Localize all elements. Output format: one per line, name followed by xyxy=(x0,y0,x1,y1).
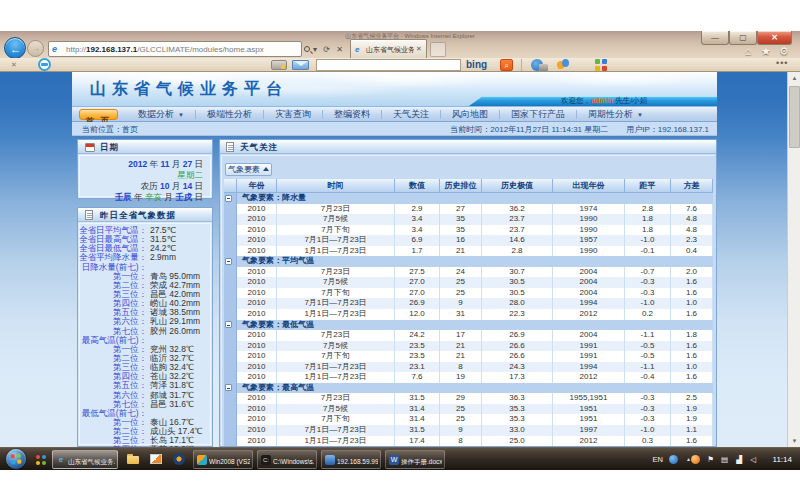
element-filter-button[interactable]: 气象要素 xyxy=(225,163,272,176)
table-row[interactable]: 20107月5候27.02530.52004-0.31.6 xyxy=(224,277,713,288)
menu-item-0[interactable]: 数据分析▼ xyxy=(127,108,195,121)
tray-network-icon[interactable]: ▟ xyxy=(736,455,742,464)
collapse-minus-icon[interactable] xyxy=(225,195,232,202)
menu-item-5[interactable]: 风向地图 xyxy=(441,108,499,121)
window-maximize-button[interactable]: ▢ xyxy=(729,31,757,45)
window-close-button[interactable]: ✕ xyxy=(757,31,792,45)
window-title: 山东省气候业务平台 - Windows Internet Explorer xyxy=(300,32,520,39)
column-header[interactable]: 出现年份 xyxy=(553,179,625,193)
table-row[interactable]: 20107月5候23.52126.61991-0.51.6 xyxy=(224,341,713,352)
tray-display-icon[interactable]: ▤ xyxy=(721,455,728,464)
taskbar-button-3[interactable]: W操作手册.docx ... xyxy=(385,450,445,469)
tray-app-icon[interactable] xyxy=(691,455,700,464)
column-header[interactable]: 方差 xyxy=(671,179,713,193)
toolbar-search-input[interactable] xyxy=(316,59,461,71)
collapse-minus-icon[interactable] xyxy=(225,384,232,391)
tray-language[interactable]: EN xyxy=(653,455,663,464)
browser-forward-button[interactable]: → xyxy=(27,40,44,57)
bing-search-button[interactable]: ⌕ xyxy=(500,59,513,71)
search-magnifier-icon[interactable] xyxy=(304,46,310,52)
column-header[interactable]: 数值 xyxy=(395,179,440,193)
favorites-star-icon[interactable]: ★ xyxy=(759,45,773,58)
table-row[interactable]: 20107月5候3.43523.719901.84.8 xyxy=(224,214,713,225)
pinned-app-icon[interactable] xyxy=(36,455,46,465)
table-row[interactable]: 20107月23日24.21726.92004-1.11.8 xyxy=(224,330,713,341)
table-row[interactable]: 20107月下旬27.02530.52004-0.31.6 xyxy=(224,288,713,299)
scroll-up-icon[interactable]: ▲ xyxy=(788,72,800,84)
toolbar-separator xyxy=(521,59,522,71)
address-bar-tools[interactable]: ▾ ⟳ ✕ xyxy=(313,43,353,56)
table-row[interactable]: 20107月23日31.52936.31955,1951-0.32.5 xyxy=(224,393,713,404)
printer-icon[interactable] xyxy=(271,60,287,70)
collapse-minus-icon[interactable] xyxy=(225,258,232,265)
start-button[interactable] xyxy=(6,449,26,469)
group-header-row[interactable]: 气象要素：降水量 xyxy=(224,193,713,204)
table-row[interactable]: 20101月1日—7月23日7.61917.32012-0.41.6 xyxy=(224,372,713,383)
new-tab-button[interactable] xyxy=(430,42,446,57)
tray-flag-icon[interactable]: ⚑ xyxy=(707,455,714,464)
taskbar-button-2[interactable]: 192.168.59.99... xyxy=(321,450,381,469)
share-icon[interactable] xyxy=(531,59,543,71)
menu-item-7[interactable]: 周期性分析▼ xyxy=(577,108,654,121)
collapse-minus-icon[interactable] xyxy=(225,321,232,328)
home-icon[interactable]: ⌂ xyxy=(741,45,755,58)
taskbar-explorer-button[interactable] xyxy=(124,450,143,469)
apps-grid-icon[interactable] xyxy=(595,59,607,71)
taskbar-button-0[interactable]: Win2008 (VS2... xyxy=(193,450,253,469)
menu-caret-icon: ▼ xyxy=(178,112,184,118)
group-header-row[interactable]: 气象要素：平均气温 xyxy=(224,256,713,267)
group-header-row[interactable]: 气象要素：最高气温 xyxy=(224,383,713,394)
group-header-row[interactable]: 气象要素：最低气温 xyxy=(224,320,713,331)
column-header[interactable]: 年份 xyxy=(237,179,277,193)
site-title: 山东省气候业务平台 xyxy=(90,80,510,100)
table-row[interactable]: 20107月23日27.52430.72004-0.72.0 xyxy=(224,267,713,278)
menu-item-home[interactable]: 首 页 xyxy=(79,109,118,120)
taskbar-ie-button[interactable]: e 山东省气候业务... xyxy=(52,450,118,469)
column-header[interactable]: 时间 xyxy=(277,179,395,193)
tab-close-icon[interactable]: ✕ xyxy=(415,45,423,53)
address-bar[interactable]: e http://192.168.137.1/GLCCLIMATE/module… xyxy=(48,41,302,57)
tray-messenger-icon[interactable] xyxy=(669,455,678,464)
column-header[interactable]: 历史排位 xyxy=(440,179,482,193)
menu-item-1[interactable]: 极端性分析 xyxy=(196,108,263,121)
column-header[interactable]: 距平 xyxy=(625,179,671,193)
blocked-circle-icon[interactable] xyxy=(38,58,51,71)
table-row[interactable]: 20107月1日—7月23日31.5933.01997-1.01.1 xyxy=(224,425,713,436)
calendar-line-3: 壬辰 年 辛亥 月 壬戌 日 xyxy=(115,192,203,203)
window-minimize-button[interactable]: — xyxy=(701,31,729,45)
toolbar-more-icon[interactable]: ••• xyxy=(776,60,796,69)
toolbar-close-icon[interactable]: ✕ xyxy=(11,61,19,69)
mail-icon[interactable] xyxy=(292,60,309,70)
table-row[interactable]: 20107月1日—7月23日26.9928.01994-1.01.0 xyxy=(224,298,713,309)
menu-item-4[interactable]: 天气关注 xyxy=(382,108,440,121)
tray-expand-icon[interactable]: ▴ xyxy=(687,455,690,464)
menu-item-6[interactable]: 国家下行产品 xyxy=(500,108,576,121)
vertical-scrollbar[interactable]: ▲ ▼ xyxy=(787,72,800,447)
table-row[interactable]: 20107月5候31.42535.31951-0.31.9 xyxy=(224,404,713,415)
browser-back-button[interactable]: ← xyxy=(4,37,26,59)
table-row[interactable]: 20101月1日—7月23日12.03122.320120.21.6 xyxy=(224,309,713,320)
table-row[interactable]: 20107月23日2.92736.219742.87.6 xyxy=(224,204,713,215)
menu-item-3[interactable]: 整编资料 xyxy=(323,108,381,121)
table-row[interactable]: 20101月1日—7月23日1.7212.81990-0.10.4 xyxy=(224,246,713,257)
taskbar-media-button[interactable] xyxy=(170,450,189,469)
scroll-down-icon[interactable]: ▼ xyxy=(788,435,800,447)
tools-gear-icon[interactable]: ⚙ xyxy=(777,45,791,58)
messenger-icon[interactable] xyxy=(557,59,569,71)
scrollbar-thumb[interactable] xyxy=(789,86,800,148)
table-row[interactable]: 20107月下旬23.52126.61991-0.51.6 xyxy=(224,351,713,362)
table-row[interactable]: 20107月1日—7月23日23.1824.31994-1.11.0 xyxy=(224,362,713,373)
bottom-margin xyxy=(0,470,800,500)
browser-tab[interactable]: e 山东省气候业务平... ✕ xyxy=(350,39,427,58)
table-row[interactable]: 20101月1日—7月23日17.4825.020120.31.6 xyxy=(224,436,713,446)
menu-item-2[interactable]: 灾害查询 xyxy=(264,108,322,121)
table-row[interactable]: 20107月1日—7月23日6.91614.61957-1.02.3 xyxy=(224,235,713,246)
column-header[interactable]: 历史极值 xyxy=(482,179,553,193)
net-icon xyxy=(325,455,335,465)
taskbar-photo-button[interactable] xyxy=(147,450,166,469)
tray-clock[interactable]: 11:14 xyxy=(773,455,792,464)
taskbar-button-1[interactable]: C:C:\Windows\s... xyxy=(257,450,317,469)
table-row[interactable]: 20107月下旬31.42535.31951-0.31.9 xyxy=(224,414,713,425)
table-row[interactable]: 20107月下旬3.43523.719901.84.8 xyxy=(224,225,713,236)
tray-volume-icon[interactable]: ◁ xyxy=(750,455,756,464)
